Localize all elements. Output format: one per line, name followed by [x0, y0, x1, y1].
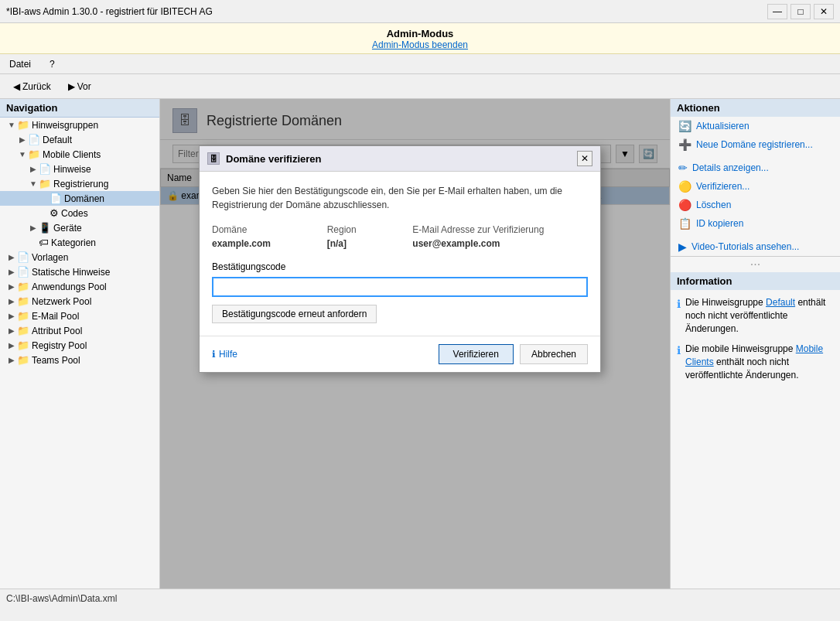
admin-mode-deactivate-link[interactable]: Admin-Modus beenden — [0, 39, 840, 50]
right-panel: Aktionen 🔄 Aktualisieren ➕ Neue Domäne r… — [670, 99, 840, 589]
folder-icon: 📁 — [17, 119, 29, 131]
sidebar-item-default[interactable]: ▶ 📄 Default — [0, 132, 159, 147]
verification-code-input[interactable] — [212, 277, 588, 297]
info-section: Information ℹ Die Hinweisgruppe Default … — [671, 272, 840, 589]
sidebar-item-vorlagen[interactable]: ▶ 📄 Vorlagen — [0, 250, 159, 264]
admin-banner: Admin-Modus Admin-Modus beenden — [0, 23, 840, 54]
sidebar-item-codes[interactable]: ⚙ Codes — [0, 206, 159, 220]
sidebar-item-registry-pool[interactable]: ▶ 📁 Registry Pool — [0, 338, 159, 353]
actions-section: Aktionen 🔄 Aktualisieren ➕ Neue Domäne r… — [671, 99, 840, 257]
cancel-button[interactable]: Abbrechen — [520, 344, 588, 364]
menubar: Datei ? — [0, 54, 840, 74]
email-col-label: E-Mail Adresse zur Verifizierung — [412, 224, 588, 235]
modal-help-link[interactable]: ℹ Hilfe — [212, 349, 237, 360]
sidebar-item-registrierung[interactable]: ▼ 📁 Registrierung — [0, 176, 159, 191]
expand-icon[interactable]: ▶ — [6, 326, 17, 335]
info-link-default[interactable]: Default — [766, 297, 795, 308]
modal-code-label: Bestätigungscode — [212, 261, 588, 272]
modal-dialog: 🗄 Domäne verifizieren ✕ Geben Sie hier d… — [199, 145, 601, 373]
action-neue-domaene[interactable]: ➕ Neue Domäne registrieren... — [671, 135, 840, 154]
sidebar-header: Navigation — [0, 99, 159, 118]
sidebar-item-teams-pool[interactable]: ▶ 📁 Teams Pool — [0, 353, 159, 367]
delete-icon: 🔴 — [678, 199, 691, 211]
sidebar-item-mobile-clients[interactable]: ▼ 📁 Mobile Clients — [0, 147, 159, 162]
modal-overlay: 🗄 Domäne verifizieren ✕ Geben Sie hier d… — [160, 99, 670, 589]
help-label: Hilfe — [219, 349, 237, 360]
modal-footer: ℹ Hilfe Verifizieren Abbrechen — [200, 336, 600, 372]
action-label: Neue Domäne registrieren... — [696, 139, 813, 150]
minimize-button[interactable]: — — [767, 4, 787, 19]
sidebar-item-attribut-pool[interactable]: ▶ 📁 Attribut Pool — [0, 323, 159, 338]
menu-datei[interactable]: Datei — [6, 57, 34, 71]
statusbar: C:\IBI-aws\Admin\Data.xml — [0, 589, 840, 607]
folder-icon: 📁 — [17, 310, 29, 322]
add-domain-icon: ➕ — [678, 138, 691, 151]
device-icon: 📱 — [39, 222, 51, 234]
action-label: Löschen — [696, 200, 731, 210]
sidebar-item-kategorien[interactable]: 🏷 Kategorien — [0, 235, 159, 250]
info-text: Die Hinweisgruppe Default enthält noch n… — [685, 296, 834, 335]
menu-help[interactable]: ? — [46, 57, 58, 71]
close-button[interactable]: ✕ — [814, 4, 834, 19]
action-label: Details anzeigen... — [692, 162, 769, 173]
maximize-button[interactable]: □ — [790, 4, 811, 19]
sidebar-item-domaenen[interactable]: 📄 Domänen — [0, 191, 159, 206]
action-label: ID kopieren — [696, 218, 743, 229]
modal-domain-info: Domäne Region E-Mail Adresse zur Verifiz… — [212, 224, 588, 249]
action-label: Video-Tutorials ansehen... — [691, 241, 799, 252]
folder-icon: 📁 — [17, 354, 29, 366]
item-icon: 📄 — [50, 193, 62, 204]
resend-code-button[interactable]: Bestätigungscode erneut anfordern — [212, 305, 377, 323]
folder-icon: 📁 — [28, 148, 40, 160]
expand-icon[interactable]: ▶ — [17, 135, 28, 144]
expand-icon[interactable]: ▼ — [28, 179, 39, 188]
domain-value: example.com — [212, 238, 315, 249]
status-path: C:\IBI-aws\Admin\Data.xml — [6, 593, 117, 604]
expand-icon[interactable]: ▶ — [6, 297, 17, 305]
expand-icon[interactable]: ▶ — [6, 312, 17, 320]
expand-icon[interactable]: ▶ — [28, 165, 39, 173]
sidebar-item-anwendungs-pool[interactable]: ▶ 📁 Anwendungs Pool — [0, 279, 159, 294]
expand-icon[interactable]: ▶ — [6, 282, 17, 291]
window-title: *IBI-aws Admin 1.30.0 - registriert für … — [6, 6, 213, 17]
info-link-mobile-clients[interactable]: Mobile Clients — [685, 343, 823, 367]
sidebar-item-statische-hinweise[interactable]: ▶ 📄 Statische Hinweise — [0, 264, 159, 279]
back-button[interactable]: ◀ Zurück — [6, 78, 58, 95]
copy-icon: 📋 — [678, 217, 691, 230]
expand-icon[interactable]: ▶ — [6, 356, 17, 364]
folder-icon: 📁 — [17, 340, 29, 351]
action-verifizieren[interactable]: 🟡 Verifizieren... — [671, 177, 840, 196]
sidebar-item-geraete[interactable]: ▶ 📱 Geräte — [0, 220, 159, 235]
sidebar-item-hinweisgruppen[interactable]: ▼ 📁 Hinweisgruppen — [0, 118, 159, 132]
sidebar-item-email-pool[interactable]: ▶ 📁 E-Mail Pool — [0, 309, 159, 323]
action-aktualisieren[interactable]: 🔄 Aktualisieren — [671, 117, 840, 135]
details-icon: ✏ — [678, 162, 688, 174]
action-video-tutorials[interactable]: ▶ Video-Tutorials ansehen... — [671, 237, 840, 256]
verify-button[interactable]: Verifizieren — [439, 344, 514, 364]
expand-icon[interactable]: ▼ — [17, 150, 28, 159]
folder-icon: 📁 — [17, 281, 29, 292]
item-icon: 📄 — [39, 163, 51, 175]
action-id-kopieren[interactable]: 📋 ID kopieren — [671, 214, 840, 233]
expand-icon[interactable]: ▶ — [6, 253, 17, 261]
expand-icon[interactable]: ▼ — [6, 121, 17, 129]
sidebar-item-netzwerk-pool[interactable]: ▶ 📁 Netzwerk Pool — [0, 294, 159, 309]
help-icon: ℹ — [212, 349, 216, 360]
back-label: Zurück — [22, 81, 51, 92]
action-label: Aktualisieren — [696, 121, 750, 131]
modal-close-button[interactable]: ✕ — [577, 151, 592, 166]
expand-icon[interactable]: ▶ — [28, 223, 39, 232]
refresh-icon: 🔄 — [678, 120, 691, 132]
expand-icon[interactable]: ▶ — [6, 268, 17, 276]
codes-icon: ⚙ — [50, 207, 59, 219]
sidebar-item-hinweise[interactable]: ▶ 📄 Hinweise — [0, 162, 159, 176]
action-loeschen[interactable]: 🔴 Löschen — [671, 196, 840, 214]
action-details[interactable]: ✏ Details anzeigen... — [671, 159, 840, 177]
forward-label: Vor — [77, 81, 91, 92]
folder-icon: 📁 — [17, 295, 29, 307]
info-text-2: Die mobile Hinweisgruppe Mobile Clients … — [685, 343, 834, 381]
modal-title-content: 🗄 Domäne verifizieren — [207, 152, 322, 165]
expand-icon[interactable]: ▶ — [6, 341, 17, 350]
forward-button[interactable]: ▶ Vor — [61, 78, 98, 95]
modal-title-icon: 🗄 — [207, 152, 220, 165]
